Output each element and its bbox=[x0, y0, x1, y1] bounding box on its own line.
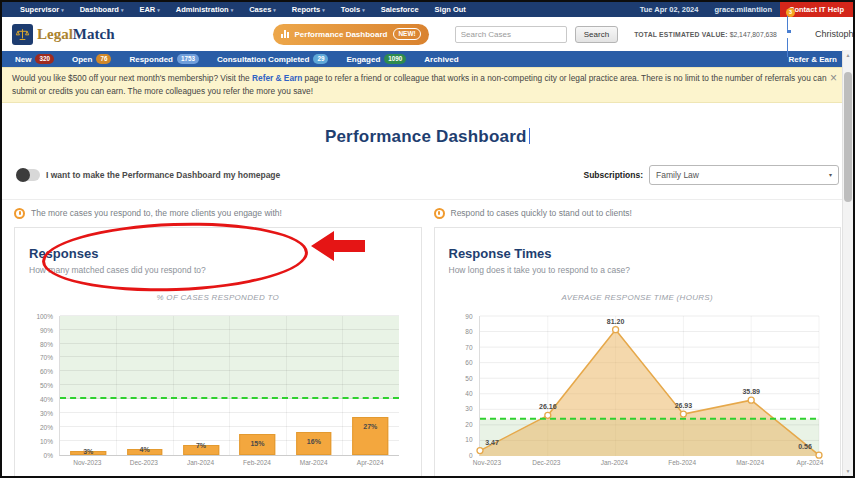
x-axis-tick: Nov-2023 bbox=[73, 459, 101, 466]
chevron-down-icon: ▾ bbox=[273, 7, 276, 13]
y-axis-tick: 80 bbox=[465, 328, 472, 335]
text-cursor bbox=[529, 128, 531, 144]
threshold-line bbox=[60, 397, 399, 399]
gridline bbox=[116, 316, 117, 455]
tab-new-count: 320 bbox=[35, 54, 54, 64]
search-input[interactable] bbox=[455, 26, 567, 43]
tab-consultation-completed[interactable]: Consultation Completed29 bbox=[208, 51, 337, 67]
scrollbar-thumb[interactable] bbox=[844, 72, 852, 202]
y-axis-tick: 40 bbox=[465, 390, 472, 397]
menu-dashboard[interactable]: Dashboard▾ bbox=[72, 5, 132, 14]
y-axis-tick: 90% bbox=[40, 327, 53, 334]
y-axis-tick: 50 bbox=[465, 375, 472, 382]
responses-x-labels: Nov-2023Dec-2023Jan-2024Feb-2024Mar-2024… bbox=[59, 459, 399, 471]
tab-consultation-count: 29 bbox=[313, 54, 328, 64]
tip-response-times: Respond to cases quickly to stand out to… bbox=[434, 208, 842, 219]
tab-responded-count: 1753 bbox=[177, 54, 199, 64]
performance-dashboard-button[interactable]: Performance Dashboard NEW! bbox=[273, 24, 429, 45]
gridline bbox=[229, 316, 230, 455]
response-times-x-labels: Nov-2023Dec-2023Jan-2024Feb-2024Mar-2024… bbox=[479, 459, 819, 471]
x-axis-tick: Jan-2024 bbox=[187, 459, 214, 466]
menu-sign-out[interactable]: Sign Out bbox=[427, 5, 474, 14]
x-axis-tick: Jan-2024 bbox=[601, 459, 628, 466]
menu-tools[interactable]: Tools▾ bbox=[333, 5, 373, 14]
tip-responses: The more cases you respond to, the more … bbox=[14, 208, 422, 219]
gridline bbox=[173, 316, 174, 455]
tab-engaged[interactable]: Engaged1090 bbox=[337, 51, 415, 67]
y-axis-tick: 90 bbox=[465, 313, 472, 320]
x-axis-tick: Apr-2024 bbox=[357, 459, 384, 466]
y-axis-tick: 50% bbox=[40, 382, 53, 389]
gridline bbox=[342, 316, 343, 455]
logo-word-legal: Legal bbox=[37, 26, 73, 42]
responses-subtitle: How many matched cases did you respond t… bbox=[29, 265, 407, 275]
profile-menu[interactable]: Christopher▾ bbox=[815, 29, 855, 39]
chevron-down-icon: ▾ bbox=[157, 7, 160, 13]
menu-reports[interactable]: Reports▾ bbox=[284, 5, 333, 14]
menu-administration[interactable]: Administration▾ bbox=[168, 5, 241, 14]
menu-cases[interactable]: Cases▾ bbox=[241, 5, 284, 14]
current-date: Tue Apr 02, 2024 bbox=[632, 5, 707, 14]
lightbulb-icon bbox=[14, 208, 25, 219]
y-axis-tick: 0 bbox=[469, 452, 473, 459]
gridline bbox=[286, 316, 287, 455]
menu-ear[interactable]: EAR▾ bbox=[131, 5, 167, 14]
legalmatch-logo[interactable]: LegalMatch bbox=[12, 24, 115, 45]
calendar-icon[interactable]: 3 bbox=[787, 12, 791, 57]
homepage-toggle[interactable] bbox=[16, 169, 40, 181]
search-button[interactable]: Search bbox=[575, 26, 618, 43]
bar-value-label: 16% bbox=[307, 438, 321, 445]
y-axis-tick: 100% bbox=[36, 313, 53, 320]
tab-open[interactable]: Open76 bbox=[63, 51, 120, 67]
bar-value-label: 27% bbox=[363, 423, 377, 430]
scroll-up-icon[interactable]: ▲ bbox=[843, 52, 853, 58]
chevron-down-icon: ▾ bbox=[121, 7, 124, 13]
y-axis-tick: 60% bbox=[40, 368, 53, 375]
logged-in-user: grace.milantilon bbox=[706, 5, 780, 14]
bar-value-label: 15% bbox=[250, 440, 264, 447]
y-axis-tick: 30% bbox=[40, 410, 53, 417]
refer-earn-banner-link[interactable]: Refer & Earn bbox=[252, 73, 302, 83]
responses-title: Responses bbox=[29, 246, 407, 261]
y-axis-tick: 40% bbox=[40, 396, 53, 403]
subscription-value: Family Law bbox=[656, 170, 699, 180]
svg-text:26.16: 26.16 bbox=[539, 403, 557, 410]
homepage-toggle-label: I want to make the Performance Dashboard… bbox=[46, 170, 280, 180]
chevron-down-icon: ▾ bbox=[61, 7, 64, 13]
responses-chart-title: % OF CASES RESPONDED TO bbox=[29, 293, 407, 302]
responses-y-labels: 0%10%20%30%40%50%60%70%80%90%100% bbox=[30, 316, 56, 455]
tab-responded[interactable]: Responded1753 bbox=[120, 51, 208, 67]
y-axis-tick: 60 bbox=[465, 359, 472, 366]
subscription-select[interactable]: Family Law▾ bbox=[649, 165, 839, 185]
scroll-down-icon[interactable]: ▼ bbox=[843, 468, 853, 474]
logo-word-match: Match bbox=[73, 26, 115, 42]
close-icon[interactable]: × bbox=[830, 73, 837, 83]
response-times-y-labels: 0102030405060708090 bbox=[450, 316, 476, 455]
tab-archived[interactable]: Archived bbox=[415, 51, 467, 67]
menu-supervisor[interactable]: Supervisor▾ bbox=[12, 5, 72, 14]
menu-salesforce[interactable]: Salesforce bbox=[373, 5, 427, 14]
vertical-scrollbar[interactable]: ▲ ▼ bbox=[842, 50, 853, 476]
tab-open-count: 76 bbox=[96, 54, 111, 64]
bar-value-label: 4% bbox=[140, 446, 150, 453]
divider bbox=[2, 199, 853, 200]
x-axis-tick: Dec-2023 bbox=[532, 459, 560, 466]
y-axis-tick: 10 bbox=[465, 436, 472, 443]
x-axis-tick: Dec-2023 bbox=[130, 459, 158, 466]
y-axis-tick: 30 bbox=[465, 405, 472, 412]
tab-engaged-count: 1090 bbox=[384, 54, 406, 64]
y-axis-tick: 80% bbox=[40, 341, 53, 348]
svg-text:3.47: 3.47 bbox=[485, 438, 499, 445]
response-times-title: Response Times bbox=[449, 246, 827, 261]
subscriptions-label: Subscriptions: bbox=[583, 170, 643, 180]
y-axis-tick: 70 bbox=[465, 344, 472, 351]
lightbulb-icon bbox=[434, 208, 445, 219]
x-axis-tick: Feb-2024 bbox=[243, 459, 271, 466]
responses-card: Responses How many matched cases did you… bbox=[14, 227, 422, 477]
svg-text:81.20: 81.20 bbox=[606, 318, 624, 325]
svg-text:35.89: 35.89 bbox=[742, 388, 760, 395]
top-menu-bar: Supervisor▾ Dashboard▾ EAR▾ Administrati… bbox=[2, 2, 853, 17]
tab-new[interactable]: New320 bbox=[6, 51, 63, 67]
chevron-down-icon: ▾ bbox=[231, 7, 234, 13]
line-chart-canvas: 3.4726.1681.2026.9335.890.56 bbox=[480, 316, 819, 456]
